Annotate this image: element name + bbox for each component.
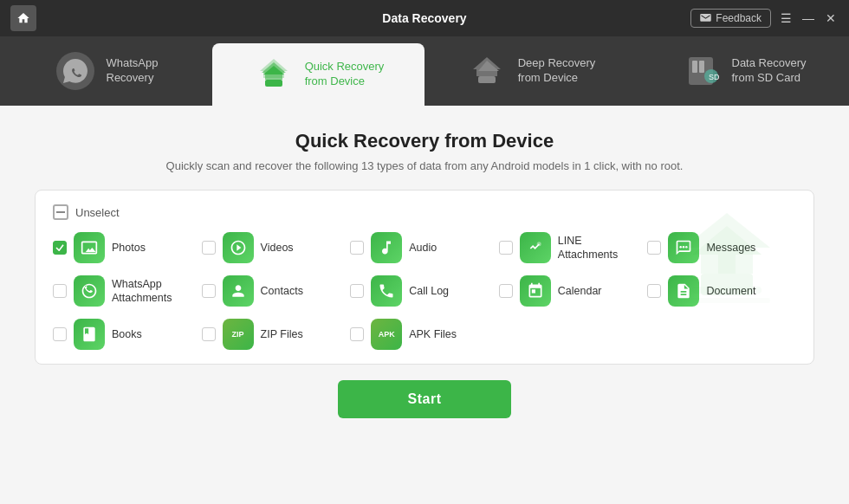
calendar-label: Calendar (558, 284, 602, 298)
photos-label: Photos (112, 241, 146, 255)
contacts-icon (223, 275, 254, 307)
svg-rect-24 (684, 298, 770, 303)
list-item: APK APK Files (350, 319, 499, 350)
menu-button[interactable]: ☰ (778, 10, 794, 26)
list-item: ZIP ZIP Files (202, 319, 351, 350)
zip-icon: ZIP (223, 319, 254, 350)
home-button[interactable] (10, 5, 36, 31)
svg-point-16 (536, 242, 541, 246)
svg-rect-4 (265, 80, 282, 87)
list-item: Contacts (202, 275, 351, 307)
tab-deep-label: Deep Recoveryfrom Device (518, 56, 596, 86)
nav-tabs: WhatsAppRecovery Quick Recoveryfrom Devi… (0, 36, 849, 106)
start-button[interactable]: Start (338, 380, 511, 418)
list-item: Call Log (350, 275, 499, 307)
calendar-icon (520, 275, 551, 307)
messages-checkbox[interactable] (647, 241, 661, 255)
svg-rect-23 (692, 287, 762, 294)
tab-quick[interactable]: Quick Recoveryfrom Device (212, 43, 424, 106)
unselect-label: Unselect (75, 206, 120, 219)
photos-checkbox[interactable] (53, 241, 67, 255)
whatsapp-label: WhatsAppAttachments (112, 277, 172, 306)
list-item: Videos (202, 232, 351, 263)
svg-rect-11 (692, 61, 697, 73)
tab-deep[interactable]: Deep Recoveryfrom Device (424, 36, 637, 106)
tab-whatsapp[interactable]: WhatsAppRecovery (0, 36, 212, 106)
contacts-label: Contacts (261, 284, 303, 298)
page-subtitle: Quickly scan and recover the following 1… (35, 159, 814, 172)
videos-checkbox[interactable] (202, 241, 216, 255)
svg-rect-9 (478, 76, 496, 83)
page-title: Quick Recovery from Device (35, 130, 814, 152)
apk-checkbox[interactable] (350, 327, 364, 341)
whatsapp-icon (74, 275, 105, 307)
selection-box: Unselect Photos Videos (35, 190, 814, 365)
start-button-wrap: Start (35, 380, 814, 418)
calendar-checkbox[interactable] (499, 284, 513, 298)
svg-rect-12 (699, 61, 704, 73)
list-item: WhatsAppAttachments (53, 275, 202, 307)
zip-label: ZIP Files (261, 327, 303, 341)
app-title: Data Recovery (382, 11, 466, 25)
list-item: Photos (53, 232, 202, 263)
videos-label: Videos (261, 241, 294, 255)
list-item: Audio (350, 232, 499, 263)
books-icon (74, 319, 105, 350)
main-content: Quick Recovery from Device Quickly scan … (0, 106, 849, 504)
photos-icon (74, 232, 105, 263)
svg-rect-15 (56, 211, 65, 213)
apk-icon: APK (371, 319, 402, 350)
whatsapp-checkbox[interactable] (53, 284, 67, 298)
audio-checkbox[interactable] (350, 241, 364, 255)
unselect-checkbox[interactable] (53, 204, 68, 220)
list-item: Books (53, 319, 202, 350)
zip-checkbox[interactable] (202, 327, 216, 341)
calllog-icon (371, 275, 402, 307)
contacts-checkbox[interactable] (202, 284, 216, 298)
audio-icon (371, 232, 402, 263)
line-label: LINEAttachments (558, 234, 618, 262)
list-item: LINEAttachments (499, 232, 648, 263)
document-checkbox[interactable] (647, 284, 661, 298)
tab-sd[interactable]: SD Data Recoveryfrom SD Card (637, 36, 849, 106)
line-icon (520, 232, 551, 263)
line-checkbox[interactable] (499, 241, 513, 255)
apk-label: APK Files (409, 327, 457, 341)
books-checkbox[interactable] (53, 327, 67, 341)
list-item: Calendar (499, 275, 648, 307)
title-bar: Data Recovery Feedback ☰ — ✕ (0, 0, 849, 36)
videos-icon (223, 232, 254, 263)
audio-label: Audio (409, 241, 437, 255)
close-button[interactable]: ✕ (823, 10, 839, 26)
tab-quick-label: Quick Recoveryfrom Device (305, 60, 385, 89)
svg-text:SD: SD (709, 73, 720, 81)
calllog-label: Call Log (409, 284, 449, 298)
watermark-decoration (666, 204, 787, 312)
tab-whatsapp-label: WhatsAppRecovery (107, 56, 159, 86)
calllog-checkbox[interactable] (350, 284, 364, 298)
tab-sd-label: Data Recoveryfrom SD Card (732, 56, 807, 86)
books-label: Books (112, 327, 142, 341)
minimize-button[interactable]: — (800, 10, 816, 26)
feedback-button[interactable]: Feedback (690, 9, 771, 28)
